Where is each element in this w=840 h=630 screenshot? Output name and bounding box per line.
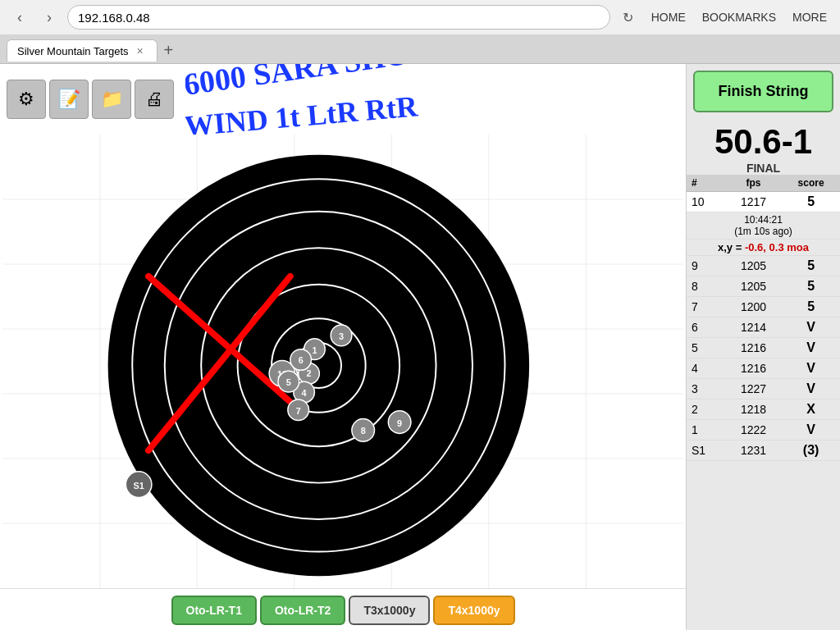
total-score-value: 50.6-1 xyxy=(687,122,840,162)
settings-button[interactable]: ⚙ xyxy=(7,80,46,119)
row-num: 4 xyxy=(687,358,725,379)
row-score: (3) xyxy=(782,441,840,461)
svg-point-15 xyxy=(108,155,530,577)
table-row: 6 1214 V xyxy=(687,317,840,338)
table-row-10-main: 10 1217 5 xyxy=(687,192,840,212)
forward-button[interactable]: › xyxy=(38,6,61,29)
row-fps: 1200 xyxy=(725,297,782,317)
score-panel: Finish String 50.6-1 FINAL # fps score 1… xyxy=(686,64,840,630)
row-fps: 1231 xyxy=(725,441,782,461)
row-fps: 1227 xyxy=(725,379,782,399)
final-label: FINAL xyxy=(687,162,840,175)
col-header-score: score xyxy=(782,175,840,192)
moa-label: x,y = xyxy=(718,241,742,253)
row-score: V xyxy=(782,379,840,399)
row-fps: 1218 xyxy=(725,399,782,420)
row-fps: 1216 xyxy=(725,358,782,379)
row-num: 1 xyxy=(687,420,725,441)
browser-toolbar: ‹ › ↻ HOME BOOKMARKS MORE xyxy=(0,0,840,34)
target-panel: ⚙ 📝 📁 🖨 6000 SARA SHOOT WIND 1t LtR RtR xyxy=(0,64,686,630)
bottom-tabs: Oto-LR-T1 Oto-LR-T2 T3x1000y T4x1000y xyxy=(0,588,686,630)
tab-close-button[interactable]: × xyxy=(134,44,147,57)
row-num: S1 xyxy=(687,441,725,461)
table-row: 9 1205 5 xyxy=(687,256,840,276)
col-header-fps: fps xyxy=(725,175,782,192)
row-num: 8 xyxy=(687,276,725,297)
tab-t4x1000y[interactable]: T4x1000y xyxy=(433,596,514,625)
tab-label: Silver Mountain Targets xyxy=(17,45,129,57)
svg-text:8: 8 xyxy=(361,426,366,436)
tab-bar: Silver Mountain Targets × + xyxy=(0,34,840,63)
main-content: ⚙ 📝 📁 🖨 6000 SARA SHOOT WIND 1t LtR RtR xyxy=(0,64,840,630)
reload-button[interactable]: ↻ xyxy=(617,6,640,29)
row-num: 9 xyxy=(687,256,725,276)
table-row: S1 1231 (3) xyxy=(687,441,840,461)
row-num: 6 xyxy=(687,317,725,338)
row-num: 3 xyxy=(687,379,725,399)
svg-text:3: 3 xyxy=(339,331,344,341)
table-row-10-detail: 10:44:21 (1m 10s ago) xyxy=(687,212,840,240)
row-score: 5 xyxy=(782,297,840,317)
row-score: 5 xyxy=(782,256,840,276)
print-button[interactable]: 🖨 xyxy=(135,80,174,119)
total-score-display: 50.6-1 FINAL xyxy=(687,119,840,175)
svg-text:2: 2 xyxy=(307,368,312,378)
browser-chrome: ‹ › ↻ HOME BOOKMARKS MORE Silver Mountai… xyxy=(0,0,840,64)
folder-button[interactable]: 📁 xyxy=(92,80,131,119)
svg-text:6: 6 xyxy=(299,355,304,365)
row-fps: 1214 xyxy=(725,317,782,338)
svg-text:6000  SARA SHOOT: 6000 SARA SHOOT xyxy=(185,64,455,102)
svg-text:9: 9 xyxy=(397,418,402,428)
table-row: 2 1218 X xyxy=(687,399,840,420)
table-row: 3 1227 V xyxy=(687,379,840,399)
svg-text:4: 4 xyxy=(302,388,307,398)
app-toolbar: ⚙ 📝 📁 🖨 6000 SARA SHOOT WIND 1t LtR RtR xyxy=(0,64,686,135)
tab-oto-lr-t2[interactable]: Oto-LR-T2 xyxy=(260,596,345,625)
shot-num-10: 10 xyxy=(687,192,725,212)
shot-time: 10:44:21 xyxy=(744,214,783,226)
col-header-num: # xyxy=(687,175,725,192)
table-row: 4 1216 V xyxy=(687,358,840,379)
more-menu-item[interactable]: MORE xyxy=(788,7,832,27)
row-score: V xyxy=(782,317,840,338)
table-row-10-moa: x,y = -0.6, 0.3 moa xyxy=(687,240,840,256)
address-bar[interactable] xyxy=(67,5,610,30)
row-score: V xyxy=(782,358,840,379)
fps-10: 1217 xyxy=(725,192,782,212)
row-fps: 1222 xyxy=(725,420,782,441)
row-score: X xyxy=(782,399,840,420)
row-num: 7 xyxy=(687,297,725,317)
notes-button[interactable]: 📝 xyxy=(49,80,89,119)
bookmarks-menu-item[interactable]: BOOKMARKS xyxy=(697,7,781,27)
table-row: 1 1222 V xyxy=(687,420,840,441)
score-table: # fps score 10 1217 5 10:44:21 (1m 10s a… xyxy=(687,175,840,461)
new-tab-button[interactable]: + xyxy=(161,38,177,63)
row-fps: 1205 xyxy=(725,276,782,297)
svg-text:S1: S1 xyxy=(134,481,144,491)
table-row: 5 1216 V xyxy=(687,338,840,358)
row-score: V xyxy=(782,338,840,358)
tab-oto-lr-t1[interactable]: Oto-LR-T1 xyxy=(171,596,257,625)
back-button[interactable]: ‹ xyxy=(8,6,31,29)
table-row: 8 1205 5 xyxy=(687,276,840,297)
row-fps: 1216 xyxy=(725,338,782,358)
table-row: 7 1200 5 xyxy=(687,297,840,317)
finish-string-button[interactable]: Finish String xyxy=(693,71,833,112)
svg-text:7: 7 xyxy=(296,406,301,416)
score-10: 5 xyxy=(782,192,840,212)
home-menu-item[interactable]: HOME xyxy=(646,7,691,27)
row-fps: 1205 xyxy=(725,256,782,276)
tab-t3x1000y[interactable]: T3x1000y xyxy=(349,596,430,625)
shot-ago: (1m 10s ago) xyxy=(734,226,792,237)
row-num: 5 xyxy=(687,338,725,358)
row-score: V xyxy=(782,420,840,441)
row-score: 5 xyxy=(782,276,840,297)
svg-text:5: 5 xyxy=(286,377,291,387)
moa-value: -0.6, 0.3 moa xyxy=(745,241,809,253)
svg-text:1: 1 xyxy=(312,345,317,355)
target-svg: 10 1 2 3 4 5 6 xyxy=(0,135,686,588)
row-num: 2 xyxy=(687,399,725,420)
target-area[interactable]: 10 1 2 3 4 5 6 xyxy=(0,135,686,588)
tab-silver-mountain[interactable]: Silver Mountain Targets × xyxy=(7,39,158,62)
